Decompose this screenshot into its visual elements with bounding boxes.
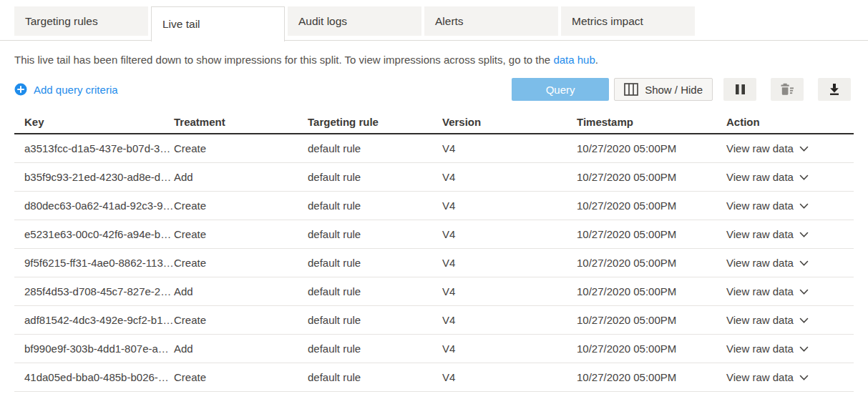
- column-header-version: Version: [442, 116, 577, 128]
- table-row: adf81542-4dc3-492e-9cf2-b1… Create defau…: [14, 306, 854, 335]
- cell-treatment: Add: [174, 343, 308, 355]
- cell-targeting-rule: default rule: [308, 142, 442, 154]
- cell-version: V4: [442, 314, 577, 326]
- cell-targeting-rule: default rule: [308, 343, 442, 355]
- toolbar: Add query criteria Query Show / Hide: [14, 78, 851, 101]
- clear-results-button[interactable]: [771, 78, 804, 101]
- download-icon: [828, 83, 841, 96]
- chevron-down-icon: [799, 232, 809, 238]
- tab-targeting-rules[interactable]: Targeting rules: [14, 6, 148, 36]
- chevron-down-icon: [799, 146, 809, 152]
- query-button[interactable]: Query: [512, 78, 609, 101]
- description-period: .: [595, 54, 598, 66]
- view-raw-data-label: View raw data: [726, 285, 794, 297]
- table-row: 41da05ed-bba0-485b-b026-… Create default…: [14, 363, 854, 392]
- columns-icon: [624, 83, 638, 96]
- show-hide-label: Show / Hide: [645, 84, 703, 96]
- cell-treatment: Create: [174, 314, 308, 326]
- view-raw-data-label: View raw data: [726, 314, 794, 326]
- cell-key: d80dec63-0a62-41ad-92c3-9…: [24, 200, 174, 212]
- chevron-down-icon: [799, 174, 809, 181]
- column-header-targeting-rule: Targeting rule: [308, 116, 442, 128]
- cell-treatment: Create: [174, 257, 308, 269]
- cell-timestamp: 10/27/2020 05:00PM: [577, 142, 726, 154]
- cell-key: bf990e9f-303b-4dd1-807e-a…: [24, 343, 174, 355]
- cell-targeting-rule: default rule: [308, 371, 442, 383]
- cell-timestamp: 10/27/2020 05:00PM: [577, 200, 726, 212]
- table-row: a3513fcc-d1a5-437e-b07d-3… Create defaul…: [14, 134, 854, 163]
- tab-label: Live tail: [162, 18, 200, 31]
- pause-live-tail-button[interactable]: [723, 78, 756, 101]
- table-row: d80dec63-0a62-41ad-92c3-9… Create defaul…: [14, 192, 854, 220]
- tab-label: Metrics impact: [572, 15, 643, 28]
- add-query-criteria-button[interactable]: Add query criteria: [14, 83, 118, 96]
- cell-treatment: Add: [174, 171, 308, 183]
- toolbar-actions: Query Show / Hide: [512, 78, 851, 101]
- live-tail-description: This live tail has been filtered down to…: [14, 53, 854, 67]
- cell-version: V4: [442, 200, 577, 212]
- chevron-down-icon: [799, 203, 809, 210]
- cell-targeting-rule: default rule: [308, 228, 442, 240]
- view-raw-data-label: View raw data: [726, 228, 794, 240]
- description-text: This live tail has been filtered down to…: [14, 54, 553, 66]
- cell-timestamp: 10/27/2020 05:00PM: [577, 314, 726, 326]
- cell-version: V4: [442, 371, 577, 383]
- data-hub-link[interactable]: data hub: [553, 54, 595, 66]
- cell-version: V4: [442, 142, 577, 154]
- cell-timestamp: 10/27/2020 05:00PM: [577, 371, 726, 383]
- cell-key: b35f9c93-21ed-4230-ad8e-d…: [24, 171, 174, 183]
- table-row: 285f4d53-d708-45c7-827e-2… Add default r…: [14, 277, 854, 306]
- table-row: e5231e63-00c0-42f6-a94e-b… Create defaul…: [14, 220, 854, 249]
- cell-treatment: Create: [174, 228, 308, 240]
- view-raw-data-label: View raw data: [726, 171, 794, 183]
- cell-targeting-rule: default rule: [308, 171, 442, 183]
- chevron-down-icon: [799, 375, 809, 381]
- tab-alerts[interactable]: Alerts: [424, 6, 558, 36]
- cell-treatment: Add: [174, 285, 308, 297]
- tab-audit-logs[interactable]: Audit logs: [288, 6, 421, 36]
- cell-timestamp: 10/27/2020 05:00PM: [577, 171, 726, 183]
- tab-live-tail[interactable]: Live tail: [151, 6, 285, 41]
- add-query-criteria-label: Add query criteria: [34, 84, 118, 96]
- chevron-down-icon: [799, 289, 809, 295]
- cell-timestamp: 10/27/2020 05:00PM: [577, 228, 726, 240]
- view-raw-data-label: View raw data: [726, 142, 794, 154]
- view-raw-data-label: View raw data: [726, 200, 794, 212]
- chevron-down-icon: [799, 260, 809, 267]
- view-raw-data-label: View raw data: [726, 257, 794, 269]
- view-raw-data-button[interactable]: View raw data: [726, 343, 854, 355]
- cell-treatment: Create: [174, 142, 308, 154]
- cell-key: 285f4d53-d708-45c7-827e-2…: [24, 285, 174, 297]
- view-raw-data-button[interactable]: View raw data: [726, 171, 854, 183]
- cell-version: V4: [442, 171, 577, 183]
- cell-key: adf81542-4dc3-492e-9cf2-b1…: [24, 314, 174, 326]
- view-raw-data-label: View raw data: [726, 343, 794, 355]
- view-raw-data-button[interactable]: View raw data: [726, 228, 854, 240]
- tab-label: Audit logs: [298, 15, 347, 28]
- cell-treatment: Create: [174, 200, 308, 212]
- chevron-down-icon: [799, 317, 809, 324]
- cell-key: a3513fcc-d1a5-437e-b07d-3…: [24, 142, 174, 154]
- column-header-action: Action: [726, 116, 854, 128]
- cell-targeting-rule: default rule: [308, 200, 442, 212]
- view-raw-data-label: View raw data: [726, 371, 794, 383]
- view-raw-data-button[interactable]: View raw data: [726, 142, 854, 154]
- cell-version: V4: [442, 343, 577, 355]
- view-raw-data-button[interactable]: View raw data: [726, 257, 854, 269]
- view-raw-data-button[interactable]: View raw data: [726, 200, 854, 212]
- cell-timestamp: 10/27/2020 05:00PM: [577, 343, 726, 355]
- cell-version: V4: [442, 257, 577, 269]
- view-raw-data-button[interactable]: View raw data: [726, 314, 854, 326]
- view-raw-data-button[interactable]: View raw data: [726, 285, 854, 297]
- cell-version: V4: [442, 285, 577, 297]
- column-header-key: Key: [24, 116, 174, 128]
- cell-timestamp: 10/27/2020 05:00PM: [577, 257, 726, 269]
- tab-bar: Targeting rules Live tail Audit logs Ale…: [0, 0, 868, 41]
- view-raw-data-button[interactable]: View raw data: [726, 371, 854, 383]
- chevron-down-icon: [799, 346, 809, 353]
- tab-metrics-impact[interactable]: Metrics impact: [561, 6, 695, 36]
- download-button[interactable]: [818, 78, 851, 101]
- pause-icon: [735, 84, 746, 95]
- show-hide-columns-button[interactable]: Show / Hide: [614, 78, 713, 101]
- cell-key: 9f5f6215-ff31-4ae0-8862-113…: [24, 257, 174, 269]
